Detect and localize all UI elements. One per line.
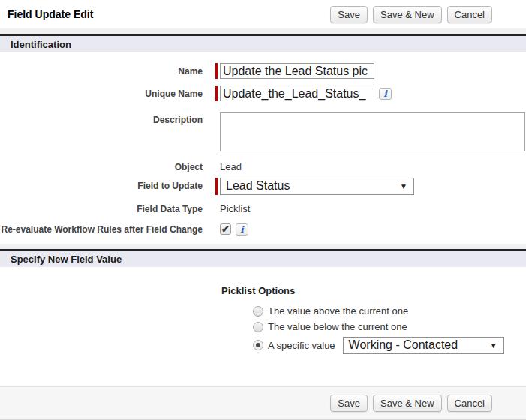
reevaluate-label: Re-evaluate Workflow Rules after Field C… [0, 221, 203, 236]
unique-name-input[interactable] [220, 86, 374, 101]
name-label: Name [0, 63, 203, 77]
reevaluate-row: Re-evaluate Workflow Rules after Field C… [0, 221, 526, 236]
section-divider [0, 28, 526, 34]
specific-value-label: A specific value [268, 340, 335, 351]
field-data-type-label: Field Data Type [0, 201, 203, 215]
option-specific-value-row: A specific value Working - Contacted ▼ [253, 336, 526, 354]
save-button-bottom[interactable]: Save [330, 394, 368, 412]
cancel-button[interactable]: Cancel [447, 6, 492, 23]
name-input[interactable] [220, 63, 374, 79]
description-row: Description [0, 112, 526, 152]
bottom-button-group: Save Save & New Cancel [330, 394, 492, 412]
specific-value-selected-value: Working - Contacted [349, 338, 458, 351]
picklist-options-heading: Picklist Options [221, 285, 526, 296]
name-row: Name [0, 63, 526, 79]
required-bar [215, 178, 218, 195]
info-icon[interactable]: i [379, 88, 392, 100]
object-value: Lead [220, 159, 242, 172]
info-icon[interactable]: i [236, 224, 248, 236]
specific-value-select[interactable]: Working - Contacted ▼ [343, 337, 504, 354]
required-bar [215, 86, 218, 101]
description-textarea[interactable] [220, 112, 525, 152]
object-label: Object [0, 159, 203, 173]
cancel-button-bottom[interactable]: Cancel [447, 394, 492, 412]
value-above-label: The value above the current one [268, 305, 408, 316]
field-to-update-row: Field to Update Lead Status ▼ [0, 178, 526, 195]
value-below-radio[interactable] [253, 322, 263, 332]
required-bar [215, 63, 218, 79]
specify-new-field-value-form: Picklist Options The value above the cur… [0, 267, 526, 354]
field-data-type-row: Field Data Type Picklist [0, 201, 526, 215]
footer-bar: Save Save & New Cancel [0, 386, 526, 420]
option-value-below-row: The value below the current one [253, 320, 526, 333]
save-and-new-button-bottom[interactable]: Save & New [373, 394, 442, 412]
spacer [0, 357, 526, 386]
identification-form: Name Unique Name i Description Object Le… [0, 52, 526, 244]
unique-name-label: Unique Name [0, 86, 203, 100]
page-title: Field Update Edit [8, 6, 93, 20]
section-divider [0, 244, 526, 249]
save-and-new-button[interactable]: Save & New [373, 6, 442, 23]
field-to-update-select[interactable]: Lead Status ▼ [220, 178, 414, 195]
value-below-label: The value below the current one [268, 321, 407, 332]
field-to-update-selected-value: Lead Status [226, 179, 290, 192]
option-value-above-row: The value above the current one [253, 304, 526, 317]
top-bar: Field Update Edit Save Save & New Cancel [0, 0, 526, 28]
field-to-update-label: Field to Update [0, 178, 203, 192]
value-above-radio[interactable] [253, 306, 263, 316]
unique-name-row: Unique Name i [0, 86, 526, 101]
chevron-down-icon: ▼ [400, 182, 407, 191]
section-header-specify-new-field-value: Specify New Field Value [0, 249, 526, 267]
picklist-options-radio-group: The value above the current one The valu… [253, 304, 526, 354]
specific-value-radio[interactable] [253, 340, 263, 350]
description-label: Description [0, 112, 203, 126]
save-button[interactable]: Save [330, 6, 368, 23]
object-row: Object Lead [0, 159, 526, 173]
chevron-down-icon: ▼ [490, 341, 497, 350]
field-data-type-value: Picklist [220, 201, 250, 214]
reevaluate-checkbox[interactable]: ✔ [220, 224, 231, 235]
section-header-identification: Identification [0, 34, 526, 52]
top-button-group: Save Save & New Cancel [330, 6, 492, 23]
